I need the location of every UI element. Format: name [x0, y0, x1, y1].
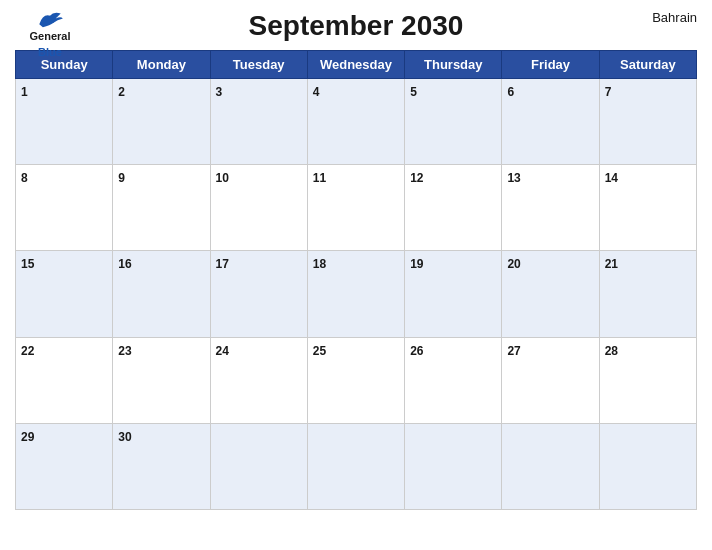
date-number: 29	[21, 430, 34, 444]
calendar-day-cell: 20	[502, 251, 599, 337]
calendar-day-cell: 25	[307, 337, 404, 423]
calendar-day-cell: 30	[113, 423, 210, 509]
calendar-day-cell	[307, 423, 404, 509]
calendar-day-cell: 19	[405, 251, 502, 337]
calendar-day-cell: 9	[113, 165, 210, 251]
calendar-day-cell	[502, 423, 599, 509]
date-number: 3	[216, 85, 223, 99]
header-wednesday: Wednesday	[307, 51, 404, 79]
date-number: 26	[410, 344, 423, 358]
date-number: 5	[410, 85, 417, 99]
header-tuesday: Tuesday	[210, 51, 307, 79]
calendar-day-cell: 5	[405, 79, 502, 165]
date-number: 27	[507, 344, 520, 358]
calendar-day-cell: 11	[307, 165, 404, 251]
calendar-day-cell: 3	[210, 79, 307, 165]
header-saturday: Saturday	[599, 51, 696, 79]
date-number: 13	[507, 171, 520, 185]
calendar-day-cell: 6	[502, 79, 599, 165]
date-number: 19	[410, 257, 423, 271]
date-number: 7	[605, 85, 612, 99]
calendar-day-cell: 18	[307, 251, 404, 337]
calendar-title: September 2030	[249, 10, 464, 42]
calendar-day-cell: 29	[16, 423, 113, 509]
date-number: 17	[216, 257, 229, 271]
logo-blue-text: Blue	[38, 42, 62, 60]
date-number: 21	[605, 257, 618, 271]
days-header-row: Sunday Monday Tuesday Wednesday Thursday…	[16, 51, 697, 79]
calendar-day-cell	[599, 423, 696, 509]
date-number: 15	[21, 257, 34, 271]
calendar-day-cell: 23	[113, 337, 210, 423]
date-number: 16	[118, 257, 131, 271]
header-thursday: Thursday	[405, 51, 502, 79]
header-monday: Monday	[113, 51, 210, 79]
calendar-body: 1234567891011121314151617181920212223242…	[16, 79, 697, 510]
date-number: 25	[313, 344, 326, 358]
calendar-day-cell: 4	[307, 79, 404, 165]
date-number: 12	[410, 171, 423, 185]
calendar-day-cell: 8	[16, 165, 113, 251]
date-number: 8	[21, 171, 28, 185]
logo-text: General	[30, 30, 71, 42]
calendar-header: General Blue September 2030 Bahrain	[15, 10, 697, 42]
date-number: 24	[216, 344, 229, 358]
calendar-day-cell: 12	[405, 165, 502, 251]
calendar-day-cell: 27	[502, 337, 599, 423]
date-number: 1	[21, 85, 28, 99]
date-number: 4	[313, 85, 320, 99]
header-friday: Friday	[502, 51, 599, 79]
calendar-day-cell: 10	[210, 165, 307, 251]
calendar-day-cell: 22	[16, 337, 113, 423]
date-number: 2	[118, 85, 125, 99]
country-label: Bahrain	[652, 10, 697, 25]
calendar-week-row: 1234567	[16, 79, 697, 165]
calendar-day-cell: 21	[599, 251, 696, 337]
date-number: 23	[118, 344, 131, 358]
calendar-week-row: 15161718192021	[16, 251, 697, 337]
date-number: 6	[507, 85, 514, 99]
calendar-day-cell: 28	[599, 337, 696, 423]
calendar-day-cell: 17	[210, 251, 307, 337]
calendar-day-cell: 13	[502, 165, 599, 251]
date-number: 10	[216, 171, 229, 185]
date-number: 18	[313, 257, 326, 271]
date-number: 22	[21, 344, 34, 358]
calendar-day-cell	[210, 423, 307, 509]
calendar-day-cell: 1	[16, 79, 113, 165]
calendar-day-cell: 2	[113, 79, 210, 165]
calendar-day-cell: 14	[599, 165, 696, 251]
calendar-week-row: 22232425262728	[16, 337, 697, 423]
calendar-day-cell: 7	[599, 79, 696, 165]
calendar-wrapper: General Blue September 2030 Bahrain Sund…	[0, 0, 712, 550]
logo-bird-icon	[35, 10, 65, 30]
logo-area: General Blue	[15, 10, 85, 60]
calendar-table: Sunday Monday Tuesday Wednesday Thursday…	[15, 50, 697, 510]
date-number: 28	[605, 344, 618, 358]
date-number: 14	[605, 171, 618, 185]
date-number: 20	[507, 257, 520, 271]
date-number: 9	[118, 171, 125, 185]
calendar-day-cell: 15	[16, 251, 113, 337]
calendar-week-row: 891011121314	[16, 165, 697, 251]
calendar-day-cell: 16	[113, 251, 210, 337]
calendar-day-cell: 26	[405, 337, 502, 423]
calendar-day-cell	[405, 423, 502, 509]
logo-general-text: General	[30, 30, 71, 42]
date-number: 30	[118, 430, 131, 444]
date-number: 11	[313, 171, 326, 185]
calendar-day-cell: 24	[210, 337, 307, 423]
calendar-week-row: 2930	[16, 423, 697, 509]
